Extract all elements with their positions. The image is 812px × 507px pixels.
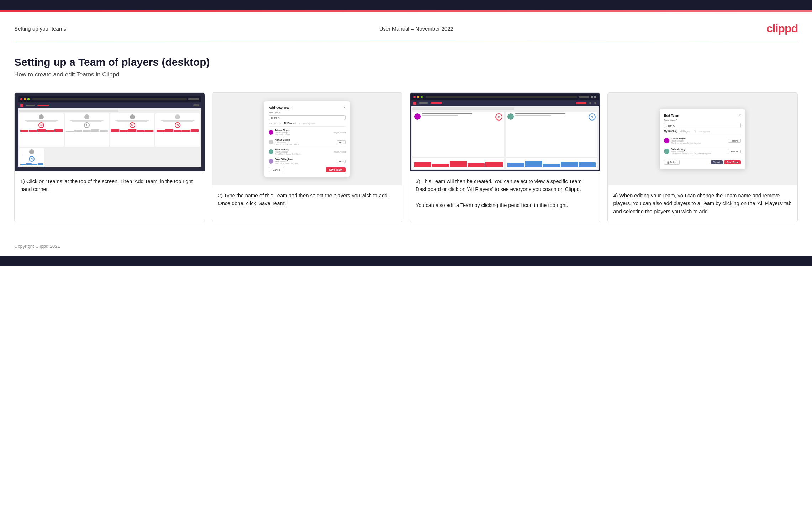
card-1-text: 1) Click on 'Teams' at the top of the sc… xyxy=(15,171,205,222)
modal-edit-close[interactable]: × xyxy=(739,113,741,117)
clippd-logo: clippd xyxy=(766,22,798,35)
modal-edit-title: Edit Team xyxy=(664,114,679,117)
modal-edit-delete-btn[interactable]: 🗑 Delete xyxy=(664,160,680,165)
card-3-text: 3) This Team will then be created. You c… xyxy=(410,171,600,222)
modal-edit-label: Team Name * xyxy=(664,119,741,121)
card-4-text: 4) When editing your Team, you can chang… xyxy=(608,185,798,222)
screenshot-1: 84 xyxy=(15,93,205,171)
header-left: Setting up your teams xyxy=(14,26,66,32)
modal-edit-remove-btn-1[interactable]: Remove xyxy=(728,139,741,143)
modal-edit-cancel-btn[interactable]: Cancel xyxy=(711,160,723,164)
card-2: Add New Team × Team Name * Team A My Tea… xyxy=(212,92,403,222)
modal-edit-team-name-input[interactable]: Team A xyxy=(664,123,741,128)
header: Setting up your teams User Manual – Nove… xyxy=(0,12,812,42)
modal-cancel-btn[interactable]: Cancel xyxy=(269,167,284,172)
modal-add-team-name-input[interactable]: Team A xyxy=(269,115,346,120)
modal-add-tab-all-players[interactable]: All Players xyxy=(284,122,295,125)
card-2-text: 2) Type the name of this Team and then s… xyxy=(212,185,402,222)
modal-add-filter-label: Filter by name xyxy=(303,123,316,125)
card-3: 94 72 xyxy=(410,92,600,222)
modal-add-label: Team Name * xyxy=(269,111,346,113)
screenshot-2: Add New Team × Team Name * Team A My Tea… xyxy=(212,93,402,185)
modal-add-close[interactable]: × xyxy=(343,106,346,110)
screenshot-4: Edit Team × Team Name * Team A My Team (… xyxy=(608,93,798,185)
modal-edit-tab-all-players[interactable]: All Players xyxy=(679,130,690,133)
footer-copyright: Copyright Clippd 2021 xyxy=(0,236,812,256)
modal-edit-filter-label: Filter by name xyxy=(698,130,710,133)
screenshot-3: 94 72 xyxy=(410,93,600,171)
modal-add-tab-my-team[interactable]: My Team (2) xyxy=(269,122,281,125)
modal-edit-remove-btn-2[interactable]: Remove xyxy=(728,150,741,153)
modal-edit-tab-my-team[interactable]: My Team (2) xyxy=(664,130,677,133)
modal-save-btn[interactable]: Save Team xyxy=(326,167,346,172)
modal-add-player-btn-2[interactable]: Add xyxy=(337,160,346,163)
modal-edit-save-btn[interactable]: Save Team xyxy=(724,160,741,164)
modal-add-player-btn[interactable]: Add xyxy=(337,140,346,144)
page-subtitle: How to create and edit Teams in Clippd xyxy=(14,71,798,78)
header-right: clippd xyxy=(766,22,798,35)
header-center: User Manual – November 2022 xyxy=(379,26,453,32)
modal-add-title: Add New Team xyxy=(269,106,291,110)
page-title-section: Setting up a Team of players (desktop) H… xyxy=(0,42,812,85)
top-bar xyxy=(0,0,812,10)
card-1: 84 xyxy=(14,92,205,222)
card-4: Edit Team × Team Name * Team A My Team (… xyxy=(607,92,798,222)
page-title: Setting up a Team of players (desktop) xyxy=(14,56,798,68)
cards-row: 84 xyxy=(0,85,812,236)
bottom-bar xyxy=(0,256,812,266)
